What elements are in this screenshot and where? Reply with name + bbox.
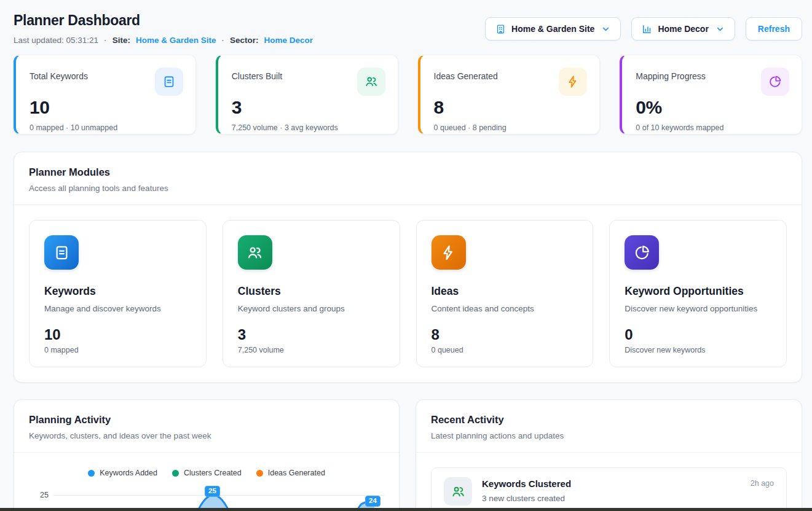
legend-label: Keywords Added [100,469,157,477]
legend-label: Clusters Created [184,469,242,477]
chevron-down-icon [601,25,610,34]
document-icon [44,235,79,270]
planning-activity-header: Planning Activity Keywords, clusters, an… [14,400,399,453]
module-sub: Discover new keywords [625,346,771,354]
page-title: Planner Dashboard [14,12,313,29]
module-title: Keywords [44,285,191,298]
planning-activity-chart: Keywords Added Clusters Created Ideas Ge… [14,453,399,511]
module-title: Clusters [238,285,385,298]
recent-activity-panel: Recent Activity Latest planning actions … [416,399,802,511]
site-selector-label: Home & Garden Site [511,24,594,34]
module-sub: 0 mapped [44,346,191,354]
module-card-keyword-opportunities[interactable]: Keyword Opportunities Discover new keywo… [609,220,787,367]
document-icon [155,68,183,96]
sector-selector-label: Home Decor [658,24,708,34]
stat-label: Ideas Generated [434,68,498,81]
stat-card-total-keywords: Total Keywords 10 0 mapped · 10 unmapped [14,55,196,135]
activity-item-description: 3 new clusters created [482,494,741,503]
stat-card-top: Total Keywords [30,68,183,96]
module-description: Manage and discover keywords [44,304,191,313]
lightning-icon [432,235,466,270]
chevron-down-icon [715,25,725,34]
stat-card-top: Ideas Generated [434,68,588,96]
module-description: Discover new keyword opportunities [625,304,771,313]
module-value: 3 [238,326,385,343]
meta-separator: · [104,36,107,45]
data-label-25: 25 [205,486,220,497]
modules-panel-title: Planner Modules [29,166,787,178]
bar-chart-icon [642,24,652,34]
site-label: Site: [112,36,130,45]
users-icon [357,68,385,96]
recent-activity-subtitle: Latest planning actions and updates [431,431,787,440]
refresh-button[interactable]: Refresh [746,17,802,41]
module-value: 8 [432,326,578,343]
pie-chart-icon [761,68,789,96]
building-icon [495,24,506,34]
planning-activity-panel: Planning Activity Keywords, clusters, an… [14,399,400,511]
activity-area-chart: 25 25 24 [29,481,384,511]
stat-value: 8 [434,97,588,118]
module-card-clusters[interactable]: Clusters Keyword clusters and groups 3 7… [223,220,400,367]
refresh-label: Refresh [758,24,790,34]
topbar: Planner Dashboard Last updated: 05:31:21… [14,12,802,45]
module-description: Keyword clusters and groups [238,304,385,313]
activity-item-main: Keywords Clustered 3 new clusters create… [482,477,741,503]
legend-dot [256,470,263,477]
legend-dot [88,470,95,477]
sector-link[interactable]: Home Decor [264,36,313,45]
modules-panel-subtitle: Access all planning tools and features [29,184,787,193]
users-icon [238,235,272,270]
module-sub: 0 queued [432,346,578,354]
recent-activity-title: Recent Activity [431,414,787,426]
lightning-icon [559,68,587,96]
planning-activity-title: Planning Activity [29,414,384,426]
module-card-ideas[interactable]: Ideas Content ideas and concepts 8 0 que… [416,220,594,367]
bottom-row: Planning Activity Keywords, clusters, an… [14,399,802,511]
legend-label: Ideas Generated [268,469,325,477]
site-link[interactable]: Home & Garden Site [136,36,216,45]
module-title: Ideas [432,285,578,298]
recent-activity-list: Keywords Clustered 3 new clusters create… [416,453,802,511]
stat-sub: 0 of 10 keywords mapped [636,123,789,132]
module-value: 10 [44,326,191,343]
meta-separator: · [221,36,224,45]
stat-value: 10 [30,97,183,118]
legend-item-keywords-added[interactable]: Keywords Added [88,469,157,477]
legend-item-ideas-generated[interactable]: Ideas Generated [256,469,325,477]
modules-panel-header: Planner Modules Access all planning tool… [14,152,802,205]
activity-item-title: Keywords Clustered [482,478,741,489]
modules-grid: Keywords Manage and discover keywords 10… [14,205,802,382]
module-title: Keyword Opportunities [625,285,771,298]
bottom-edge-bar [0,508,812,511]
recent-activity-header: Recent Activity Latest planning actions … [416,400,802,453]
header-left: Planner Dashboard Last updated: 05:31:21… [14,12,313,45]
stat-card-mapping-progress: Mapping Progress 0% 0 of 10 keywords map… [620,55,802,135]
planning-activity-subtitle: Keywords, clusters, and ideas over the p… [29,431,384,440]
module-value: 0 [625,326,771,343]
stat-card-top: Mapping Progress [636,68,789,96]
stat-card-top: Clusters Built [232,68,385,96]
stat-label: Mapping Progress [636,68,706,81]
activity-item-time: 2h ago [751,477,774,488]
users-icon [444,477,472,505]
planner-dashboard-page: Planner Dashboard Last updated: 05:31:21… [0,0,812,511]
stat-value: 3 [232,97,385,118]
stat-card-clusters-built: Clusters Built 3 7,250 volume · 3 avg ke… [216,55,398,135]
sector-selector-dropdown[interactable]: Home Decor [631,17,735,41]
pie-chart-icon [625,235,659,270]
stats-row: Total Keywords 10 0 mapped · 10 unmapped… [14,55,802,135]
module-description: Content ideas and concepts [432,304,578,313]
legend-dot [172,470,179,477]
site-selector-dropdown[interactable]: Home & Garden Site [485,17,621,41]
last-updated-text: Last updated: 05:31:21 [14,36,98,45]
activity-item-keywords-clustered: Keywords Clustered 3 new clusters create… [431,467,787,511]
stat-value: 0% [636,97,789,118]
module-sub: 7,250 volume [238,346,385,354]
header-actions: Home & Garden Site Home Decor Refresh [485,17,802,41]
module-card-keywords[interactable]: Keywords Manage and discover keywords 10… [29,220,207,367]
legend-item-clusters-created[interactable]: Clusters Created [172,469,242,477]
stat-sub: 7,250 volume · 3 avg keywords [232,123,385,132]
stat-card-ideas-generated: Ideas Generated 8 0 queued · 8 pending [418,55,601,135]
stat-sub: 0 mapped · 10 unmapped [30,123,183,132]
